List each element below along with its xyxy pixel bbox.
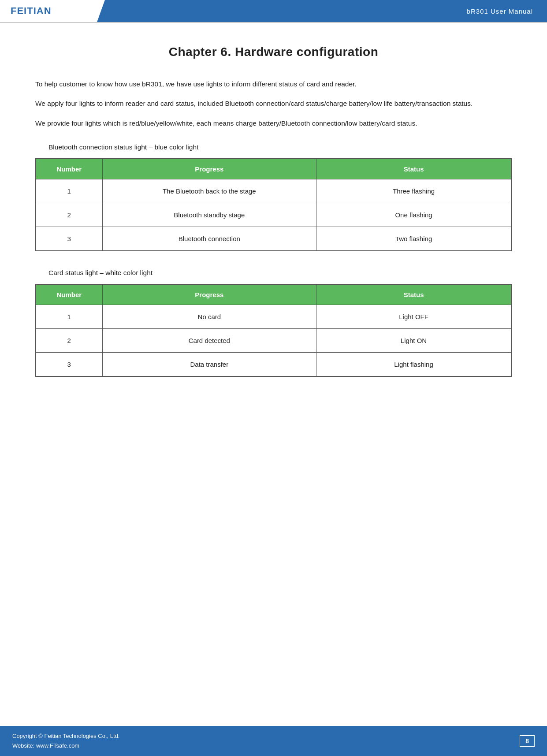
footer-info: Copyright © Feitian Technologies Co., Lt… [12,731,119,751]
card-table-header-row: Number Progress Status [36,284,511,305]
main-content: Chapter 6. Hardware configuration To hel… [0,23,547,412]
bluetooth-table: Number Progress Status 1 The Bluetooth b… [35,158,512,251]
bt-row1-status: Three flashing [316,179,511,203]
header: FEITIAN bR301 User Manual [0,0,547,23]
bt-row3-progress: Bluetooth connection [102,227,316,251]
table-row: 3 Bluetooth connection Two flashing [36,227,511,251]
card-row1-progress: No card [102,305,316,329]
bt-row3-number: 3 [36,227,102,251]
bluetooth-header-status: Status [316,159,511,179]
table-row: 2 Bluetooth standby stage One flashing [36,203,511,227]
card-row2-progress: Card detected [102,329,316,353]
table-row: 1 No card Light OFF [36,305,511,329]
bt-row2-status: One flashing [316,203,511,227]
card-table: Number Progress Status 1 No card Light O… [35,284,512,377]
table-row: 2 Card detected Light ON [36,329,511,353]
document-title: bR301 User Manual [467,7,533,15]
bt-row3-status: Two flashing [316,227,511,251]
card-header-status: Status [316,284,511,305]
table-row: 1 The Bluetooth back to the stage Three … [36,179,511,203]
card-row2-status: Light ON [316,329,511,353]
footer: Copyright © Feitian Technologies Co., Lt… [0,726,547,756]
card-row1-number: 1 [36,305,102,329]
card-header-progress: Progress [102,284,316,305]
bt-row1-number: 1 [36,179,102,203]
footer-copyright: Copyright © Feitian Technologies Co., Lt… [12,731,119,741]
footer-website: Website: www.FTsafe.com [12,741,119,751]
header-title-bar: bR301 User Manual [97,0,547,22]
paragraph-1: To help customer to know how use bR301, … [35,78,512,90]
card-row2-number: 2 [36,329,102,353]
paragraph-3: We provide four lights which is red/blue… [35,118,512,129]
card-row3-number: 3 [36,353,102,377]
card-row3-progress: Data transfer [102,353,316,377]
bt-row2-number: 2 [36,203,102,227]
footer-page-number: 8 [520,735,535,747]
bluetooth-header-progress: Progress [102,159,316,179]
chapter-title: Chapter 6. Hardware configuration [35,45,512,59]
bt-row1-progress: The Bluetooth back to the stage [102,179,316,203]
card-header-number: Number [36,284,102,305]
bluetooth-table-header-row: Number Progress Status [36,159,511,179]
card-row1-status: Light OFF [316,305,511,329]
bluetooth-table-subtitle: Bluetooth connection status light – blue… [48,143,512,151]
company-logo: FEITIAN [11,5,52,17]
card-row3-status: Light flashing [316,353,511,377]
card-table-subtitle: Card status light – white color light [48,269,512,277]
bt-row2-progress: Bluetooth standby stage [102,203,316,227]
table-row: 3 Data transfer Light flashing [36,353,511,377]
logo-area: FEITIAN [0,0,97,22]
bluetooth-header-number: Number [36,159,102,179]
paragraph-2: We apply four lights to inform reader an… [35,98,512,109]
